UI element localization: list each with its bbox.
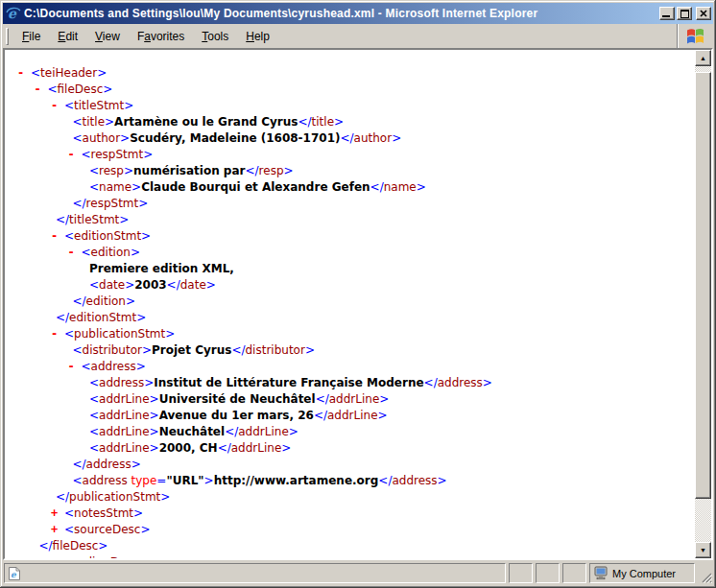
xml-markup: <	[64, 327, 74, 341]
collapse-toggle[interactable]: -	[35, 82, 48, 98]
maximize-button[interactable]	[677, 7, 692, 20]
title-bar: e C:\Documents and Settings\lou\My Docum…	[3, 3, 713, 24]
xml-tag-name: address	[392, 474, 437, 487]
xml-markup: <	[82, 148, 91, 161]
xml-text-node: Claude Bourqui et Alexandre Gefen	[141, 180, 370, 194]
scrollbar-track[interactable]	[695, 66, 711, 542]
xml-line: <addrLine>Avenue du 1er mars, 26</addrLi…	[6, 408, 695, 424]
xml-markup: >	[141, 229, 151, 243]
scroll-up-button[interactable]: ▲	[695, 50, 711, 66]
xml-markup: >	[165, 327, 175, 341]
xml-tag-name: edition	[86, 294, 126, 308]
xml-line: </editionStmt>	[6, 310, 695, 326]
xml-tag-name: notesStmt	[74, 506, 133, 520]
xml-line: <resp>numérisation par</resp>	[6, 163, 695, 179]
xml-text-node: Université de Neuchâtel	[159, 392, 316, 406]
collapse-toggle[interactable]: -	[51, 228, 64, 245]
xml-tag-name: publicationStmt	[69, 490, 160, 504]
xml-tag-name: publicationStmt	[74, 327, 165, 341]
xml-markup: <	[89, 441, 99, 455]
expand-toggle[interactable]: +	[51, 522, 64, 538]
xml-line: <address type="URL">http://www.artamene.…	[6, 473, 695, 489]
xml-markup: <	[89, 425, 99, 438]
xml-tag-name: author	[83, 131, 121, 145]
scroll-down-button[interactable]: ▼	[695, 542, 711, 558]
xml-line: -<fileDesc>	[6, 82, 695, 98]
collapse-toggle[interactable]: -	[17, 65, 31, 82]
xml-line: <date>2003</date>	[6, 277, 695, 294]
status-panel-main: e	[4, 563, 506, 583]
close-button[interactable]	[696, 7, 711, 20]
xml-markup: <	[82, 360, 91, 373]
xml-line: -<respStmt>	[6, 147, 695, 163]
xml-line: <address>Institut de Littérature Françai…	[6, 375, 695, 391]
xml-markup: >	[105, 115, 114, 129]
document-view: -<teiHeader>-<fileDesc>-<titleStmt><titl…	[3, 48, 713, 560]
xml-tag-name: addrLine	[231, 441, 282, 455]
xml-markup: </	[73, 458, 86, 471]
xml-markup: >	[150, 409, 159, 422]
collapse-toggle[interactable]: -	[51, 326, 64, 342]
xml-markup: >	[124, 164, 133, 177]
xml-text-node: Premiere edition XML,	[89, 262, 234, 275]
xml-markup: </	[225, 425, 238, 438]
xml-markup: </	[245, 164, 258, 177]
menu-item-file[interactable]: File	[13, 27, 49, 46]
window-title: C:\Documents and Settings\lou\My Documen…	[24, 7, 657, 20]
xml-attr-name: type	[131, 474, 157, 487]
scrollbar-thumb[interactable]	[695, 72, 711, 499]
xml-markup: >	[438, 474, 447, 487]
xml-markup: >	[392, 131, 401, 145]
xml-markup: >	[289, 425, 298, 438]
xml-line: -<teiHeader>	[6, 65, 695, 82]
xml-tag-name: title	[83, 115, 105, 129]
collapse-toggle[interactable]: -	[51, 98, 64, 114]
xml-tag-name: encodingDesc	[58, 555, 139, 558]
menu-item-view[interactable]: View	[86, 27, 129, 46]
xml-markup: >	[136, 360, 146, 373]
xml-markup: </	[56, 311, 69, 324]
xml-text-node: Projet Cyrus	[152, 343, 231, 357]
xml-markup: >	[160, 490, 170, 504]
menu-item-favorites[interactable]: Favorites	[129, 27, 193, 46]
xml-markup: </	[298, 115, 311, 129]
xml-line: -<address>	[6, 359, 695, 375]
xml-markup: >	[144, 376, 154, 389]
collapse-toggle[interactable]: -	[68, 147, 82, 163]
menu-item-edit[interactable]: Edit	[49, 27, 86, 46]
xml-markup: >	[378, 409, 388, 422]
vertical-scrollbar[interactable]: ▲ ▼	[695, 50, 711, 558]
xml-line: -<titleStmt>	[6, 98, 695, 114]
minimize-button[interactable]	[659, 7, 675, 20]
xml-tag-name: addrLine	[99, 425, 150, 438]
xml-tag-name: resp	[259, 164, 284, 177]
maximize-icon	[680, 10, 689, 18]
xml-markup: >	[119, 213, 129, 226]
collapse-toggle[interactable]: -	[68, 245, 82, 261]
xml-markup: </	[340, 131, 353, 145]
xml-markup: >	[138, 555, 148, 558]
xml-line: </publicationStmt>	[6, 489, 695, 506]
menu-item-help[interactable]: Help	[237, 27, 278, 46]
xml-markup: </	[39, 539, 53, 553]
expand-toggle[interactable]: +	[35, 554, 48, 558]
xml-line: </respStmt>	[6, 196, 695, 212]
xml-line: <addrLine>2000, CH</addrLine>	[6, 440, 695, 457]
menu-items: FileEditViewFavoritesToolsHelp	[13, 24, 278, 48]
resize-grip[interactable]	[698, 563, 712, 583]
expand-toggle[interactable]: +	[51, 506, 64, 522]
xml-markup: <	[89, 278, 99, 292]
menu-grip-handle[interactable]	[6, 28, 9, 45]
collapse-toggle[interactable]: -	[68, 359, 82, 375]
xml-attr-value: "URL"	[166, 474, 203, 487]
menu-item-tools[interactable]: Tools	[193, 27, 237, 46]
xml-markup: >	[334, 115, 344, 129]
xml-markup: >	[142, 343, 152, 357]
xml-markup: <	[64, 229, 74, 243]
xml-line: </address>	[6, 457, 695, 473]
xml-markup: >	[125, 278, 134, 292]
xml-markup: >	[206, 278, 216, 292]
xml-markup: >	[126, 294, 135, 308]
xml-line: <addrLine>Neuchâtel</addrLine>	[6, 424, 695, 440]
xml-markup: <	[73, 115, 83, 129]
